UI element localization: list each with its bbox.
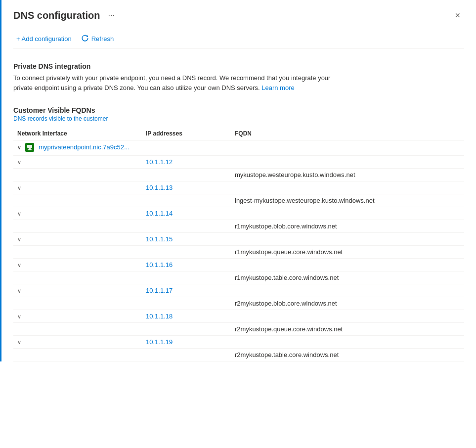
ip-address: 10.1.1.16 [146, 261, 173, 269]
ip-expand-button[interactable]: ∨ [17, 211, 21, 217]
chevron-down-icon: ∨ [17, 211, 21, 217]
nic-ip-cell [142, 140, 231, 156]
table-row: ∨ 10.1.1.16 [13, 259, 464, 271]
chevron-down-icon: ∨ [17, 185, 21, 191]
ip-expand-button[interactable]: ∨ [17, 159, 21, 166]
ellipsis-button[interactable]: ··· [105, 10, 118, 21]
table-row: ∨ 10.1.1.12 [13, 156, 464, 169]
fqdn-ip-empty [142, 220, 231, 233]
fqdn-cell-empty [231, 284, 464, 297]
table-row: ∨ 10.1.1.13 [13, 181, 464, 194]
ip-address: 10.1.1.19 [146, 338, 173, 346]
fqdn-row: r1mykustope.table.core.windows.net [13, 271, 464, 284]
svg-rect-2 [29, 148, 31, 149]
refresh-label: Refresh [91, 35, 114, 43]
fqdn-row: r2mykustope.blob.core.windows.net [13, 297, 464, 310]
nic-row: ∨ myprivateendpoint.nic.7a9c52... [13, 140, 464, 156]
add-configuration-label: + Add configuration [16, 35, 72, 43]
fqdns-table: Network Interface IP addresses FQDN ∨ my… [13, 127, 464, 361]
nic-name[interactable]: myprivateendpoint.nic.7a9c52... [39, 143, 130, 151]
fqdn-value: r1mykustope.queue.core.windows.net [235, 248, 343, 256]
nic-expand-button[interactable]: ∨ [17, 144, 23, 151]
table-row: ∨ 10.1.1.14 [13, 207, 464, 220]
fqdn-value: r2mykustope.blob.core.windows.net [235, 300, 337, 307]
fqdn-row: r2mykustope.table.core.windows.net [13, 349, 464, 361]
fqdn-cell-empty [231, 207, 464, 220]
ip-address: 10.1.1.13 [146, 184, 173, 191]
fqdn-value: r1mykustope.table.core.windows.net [235, 274, 339, 281]
svg-rect-1 [27, 145, 32, 148]
fqdn-ip-empty [142, 271, 231, 284]
fqdn-ip-empty [142, 349, 231, 361]
chevron-down-icon: ∨ [17, 288, 21, 294]
refresh-button[interactable]: Refresh [82, 35, 114, 43]
chevron-down-icon: ∨ [17, 314, 21, 320]
private-dns-description: To connect privately with your private e… [13, 73, 349, 92]
fqdn-ip-empty [142, 194, 231, 207]
fqdn-row: mykustope.westeurope.kusto.windows.net [13, 169, 464, 181]
fqdn-ip-empty [142, 169, 231, 181]
fqdn-row: ingest-mykustope.westeurope.kusto.window… [13, 194, 464, 207]
fqdn-cell-empty [231, 181, 464, 194]
fqdn-value: ingest-mykustope.westeurope.kusto.window… [235, 197, 375, 204]
page-title: DNS configuration [13, 10, 100, 21]
fqdn-cell-empty [231, 310, 464, 323]
ip-expand-button[interactable]: ∨ [17, 314, 21, 320]
private-dns-title: Private DNS integration [13, 62, 464, 70]
nic-icon [25, 143, 34, 152]
svg-rect-3 [28, 149, 32, 150]
table-row: ∨ 10.1.1.19 [13, 336, 464, 349]
refresh-icon [82, 35, 88, 43]
learn-more-link[interactable]: Learn more [261, 84, 294, 91]
ip-expand-button[interactable]: ∨ [17, 185, 21, 191]
ip-expand-button[interactable]: ∨ [17, 288, 21, 294]
col-header-network-interface: Network Interface [13, 127, 142, 140]
chevron-down-icon: ∨ [17, 144, 21, 151]
ip-address: 10.1.1.17 [146, 287, 173, 294]
ip-expand-button[interactable]: ∨ [17, 236, 21, 243]
ip-address: 10.1.1.15 [146, 235, 173, 243]
toolbar: + Add configuration Refresh [13, 30, 464, 48]
col-header-fqdn: FQDN [231, 127, 464, 140]
chevron-down-icon: ∨ [17, 262, 21, 269]
fqdn-value: r2mykustope.table.core.windows.net [235, 351, 339, 358]
nic-fqdn-cell [231, 140, 464, 156]
fqdn-cell-empty [231, 259, 464, 271]
table-row: ∨ 10.1.1.17 [13, 284, 464, 297]
table-row: ∨ 10.1.1.15 [13, 233, 464, 246]
ip-address: 10.1.1.14 [146, 210, 173, 217]
fqdns-subtitle: DNS records visible to the customer [13, 115, 464, 122]
fqdn-cell-empty [231, 336, 464, 349]
fqdns-section: Customer Visible FQDNs DNS records visib… [13, 106, 464, 361]
ip-address: 10.1.1.12 [146, 158, 173, 166]
fqdn-value: r2mykustope.queue.core.windows.net [235, 325, 343, 333]
fqdn-row: r2mykustope.queue.core.windows.net [13, 323, 464, 336]
fqdn-ip-empty [142, 246, 231, 259]
fqdn-row: r1mykustope.blob.core.windows.net [13, 220, 464, 233]
fqdn-cell-empty [231, 156, 464, 169]
table-row: ∨ 10.1.1.18 [13, 310, 464, 323]
fqdns-title: Customer Visible FQDNs [13, 106, 464, 114]
fqdn-ip-empty [142, 323, 231, 336]
ip-expand-button[interactable]: ∨ [17, 262, 21, 269]
ip-expand-button[interactable]: ∨ [17, 339, 21, 346]
chevron-down-icon: ∨ [17, 236, 21, 243]
col-header-ip-addresses: IP addresses [142, 127, 231, 140]
close-button[interactable]: × [451, 9, 464, 22]
fqdn-cell-empty [231, 233, 464, 246]
fqdn-row: r1mykustope.queue.core.windows.net [13, 246, 464, 259]
chevron-down-icon: ∨ [17, 339, 21, 346]
fqdn-value: r1mykustope.blob.core.windows.net [235, 223, 337, 230]
add-configuration-button[interactable]: + Add configuration [13, 35, 72, 43]
chevron-down-icon: ∨ [17, 159, 21, 166]
ip-address: 10.1.1.18 [146, 313, 173, 320]
fqdn-value: mykustope.westeurope.kusto.windows.net [235, 171, 355, 179]
fqdn-ip-empty [142, 297, 231, 310]
private-dns-section: Private DNS integration To connect priva… [13, 62, 464, 92]
